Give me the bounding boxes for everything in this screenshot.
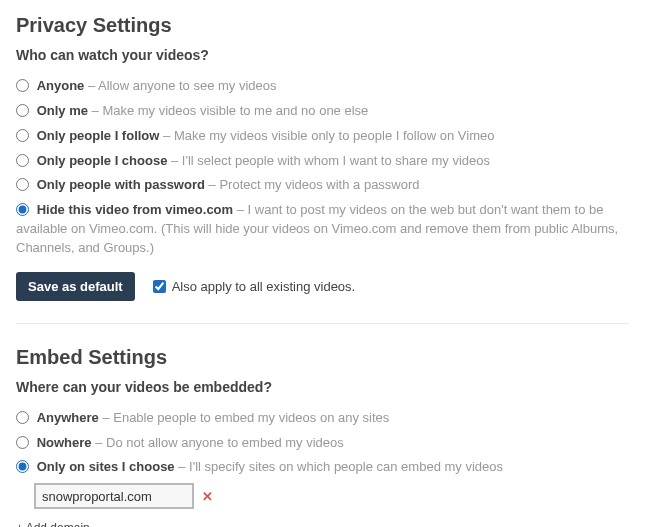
embed-option-label: Nowhere (37, 435, 92, 450)
privacy-title: Privacy Settings (16, 14, 629, 37)
remove-domain-icon[interactable]: ✕ (202, 489, 213, 504)
privacy-radio-password[interactable] (16, 178, 29, 191)
privacy-radio-hide[interactable] (16, 203, 29, 216)
section-divider (16, 323, 629, 324)
privacy-option-label: Only people I follow (37, 128, 160, 143)
privacy-option-desc: – Make my videos visible only to people … (163, 128, 494, 143)
privacy-apply-label: Also apply to all existing videos. (172, 279, 356, 294)
privacy-save-button[interactable]: Save as default (16, 272, 135, 301)
embed-subtitle: Where can your videos be embedded? (16, 379, 629, 395)
embed-settings-section: Embed Settings Where can your videos be … (16, 346, 629, 527)
embed-option-label: Only on sites I choose (37, 459, 175, 474)
privacy-option-password[interactable]: Only people with password – Protect my v… (16, 176, 629, 195)
privacy-apply-checkbox[interactable] (153, 280, 166, 293)
embed-option-nowhere[interactable]: Nowhere – Do not allow anyone to embed m… (16, 434, 629, 453)
privacy-option-hide[interactable]: Hide this video from vimeo.com – I want … (16, 201, 629, 258)
embed-option-desc: – Do not allow anyone to embed my videos (95, 435, 344, 450)
privacy-radio-only-follow[interactable] (16, 129, 29, 142)
embed-option-anywhere[interactable]: Anywhere – Enable people to embed my vid… (16, 409, 629, 428)
privacy-option-only-me[interactable]: Only me – Make my videos visible to me a… (16, 102, 629, 121)
privacy-option-label: Only me (37, 103, 88, 118)
privacy-option-desc: – Protect my videos with a password (209, 177, 420, 192)
embed-radio-anywhere[interactable] (16, 411, 29, 424)
privacy-option-label: Only people I choose (37, 153, 168, 168)
privacy-option-desc: – I'll select people with whom I want to… (171, 153, 490, 168)
privacy-apply-wrap[interactable]: Also apply to all existing videos. (153, 279, 356, 294)
privacy-option-anyone[interactable]: Anyone – Allow anyone to see my videos (16, 77, 629, 96)
privacy-option-label: Anyone (37, 78, 85, 93)
privacy-option-desc: – Make my videos visible to me and no on… (92, 103, 369, 118)
embed-domain-input[interactable] (34, 483, 194, 509)
embed-domain-row: ✕ (34, 483, 629, 509)
embed-radio-only-sites[interactable] (16, 460, 29, 473)
add-domain-link[interactable]: + Add domain (16, 521, 90, 527)
embed-radio-nowhere[interactable] (16, 436, 29, 449)
privacy-option-only-choose[interactable]: Only people I choose – I'll select peopl… (16, 152, 629, 171)
privacy-option-label: Hide this video from vimeo.com (37, 202, 234, 217)
privacy-option-desc: – Allow anyone to see my videos (88, 78, 277, 93)
embed-option-desc: – Enable people to embed my videos on an… (102, 410, 389, 425)
privacy-radio-only-choose[interactable] (16, 154, 29, 167)
privacy-option-label: Only people with password (37, 177, 205, 192)
embed-title: Embed Settings (16, 346, 629, 369)
privacy-radio-only-me[interactable] (16, 104, 29, 117)
privacy-subtitle: Who can watch your videos? (16, 47, 629, 63)
embed-option-only-sites[interactable]: Only on sites I choose – I'll specify si… (16, 458, 629, 477)
privacy-actions: Save as default Also apply to all existi… (16, 272, 629, 301)
embed-option-label: Anywhere (37, 410, 99, 425)
privacy-radio-anyone[interactable] (16, 79, 29, 92)
privacy-settings-section: Privacy Settings Who can watch your vide… (16, 14, 629, 301)
embed-option-desc: – I'll specify sites on which people can… (178, 459, 503, 474)
privacy-option-only-follow[interactable]: Only people I follow – Make my videos vi… (16, 127, 629, 146)
